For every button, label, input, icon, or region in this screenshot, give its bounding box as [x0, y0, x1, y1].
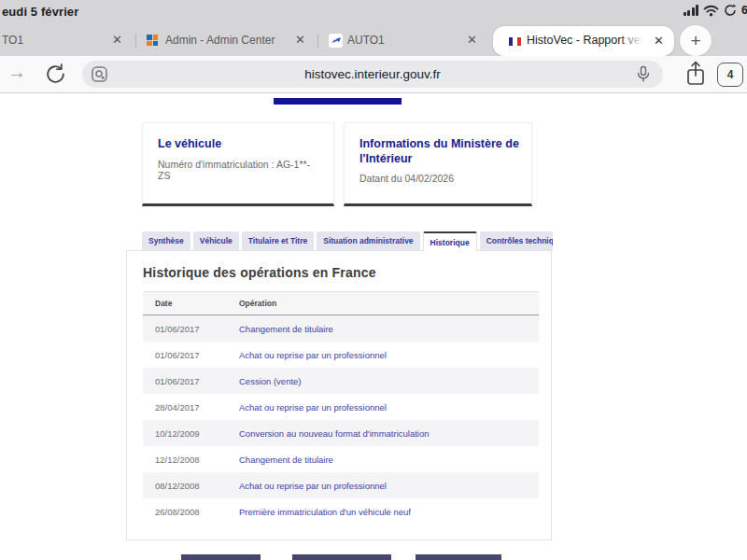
share-icon[interactable] — [684, 60, 707, 88]
table-row: 01/06/2017 Changement de titulaire — [143, 315, 539, 342]
url-bar[interactable]: histovec.interieur.gouv.fr — [82, 61, 663, 88]
vehicle-card-title: Le véhicule — [158, 137, 318, 152]
report-date: Datant du 04/02/2026 — [359, 173, 516, 184]
tab-situation-administrative[interactable]: Situation administrative — [317, 231, 419, 250]
cell-date: 08/12/2008 — [143, 481, 239, 491]
tab-titulaire-et-titre[interactable]: Titulaire et Titre — [242, 231, 314, 250]
table-row: 01/06/2017 Cession (vente) — [143, 368, 539, 394]
tab-close-icon[interactable]: ✕ — [112, 33, 122, 48]
ministry-info-card: Informations du Ministère de l'Intérieur… — [344, 122, 532, 206]
cell-date: 12/12/2008 — [143, 455, 239, 465]
active-tab-histovec[interactable]: HistoVec - Rapport vend ✕ — [493, 26, 674, 56]
panel-heading: Historique des opérations en France — [143, 265, 376, 280]
cell-date: 10/12/2009 — [143, 428, 239, 439]
cell-date: 28/04/2017 — [143, 402, 239, 413]
cell-operation: Conversion au nouveau format d'immatricu… — [239, 428, 539, 439]
forward-icon[interactable]: → — [7, 62, 26, 83]
tab-title-admin-center[interactable]: Admin - Admin Center — [165, 34, 275, 47]
tab-historique[interactable]: Historique — [423, 231, 477, 251]
browser-toolbar: → histovec.interieur.gouv.fr — [0, 56, 747, 93]
table-row: 10/12/2009 Conversion au nouveau format … — [143, 420, 539, 446]
reload-icon[interactable] — [44, 63, 67, 86]
tab-title-auto1-partial[interactable]: TO1 — [2, 34, 23, 47]
table-row: 12/12/2008 Changement de titulaire — [143, 446, 539, 472]
status-date: eudi 5 février — [2, 5, 78, 19]
auto1-favicon — [329, 34, 343, 48]
cell-date: 26/08/2008 — [143, 507, 239, 517]
tab-vehicule[interactable]: Véhicule — [193, 231, 239, 250]
cell-operation: Changement de titulaire — [239, 455, 539, 465]
tab-title-auto1[interactable]: AUTO1 — [347, 34, 385, 47]
vehicle-card: Le véhicule Numéro d'immatriculation : A… — [142, 122, 334, 206]
partial-bottom-button[interactable] — [292, 554, 391, 560]
tab-controles-techniques[interactable]: Contrôles techniques — [480, 231, 553, 250]
cell-operation: Première immatriculation d'un véhicule n… — [239, 507, 539, 517]
status-icons: 69 — [684, 4, 747, 17]
tab-divider — [317, 34, 318, 48]
cell-date: 01/06/2017 — [143, 324, 239, 334]
report-tabs: Synthèse Véhicule Titulaire et Titre Sit… — [142, 231, 553, 251]
table-row: 28/04/2017 Achat ou reprise par un profe… — [143, 394, 539, 420]
microphone-icon[interactable] — [635, 65, 652, 83]
cell-operation: Achat ou reprise par un professionnel — [239, 350, 539, 360]
operations-table: Date Opération 01/06/2017 Changement de … — [143, 291, 539, 525]
webpage-content: Le véhicule Numéro d'immatriculation : A… — [0, 94, 747, 560]
table-row: 26/08/2008 Première immatriculation d'un… — [143, 498, 539, 525]
tab-synthese[interactable]: Synthèse — [142, 231, 190, 250]
cell-date: 01/06/2017 — [143, 350, 239, 360]
tab-close-icon[interactable]: ✕ — [295, 33, 305, 48]
column-header-date: Date — [143, 299, 239, 308]
tab-close-icon[interactable]: ✕ — [467, 33, 477, 48]
partial-bottom-button[interactable] — [416, 554, 501, 560]
registration-number: Numéro d'immatriculation : AG-1**-ZS — [158, 159, 318, 181]
ministry-card-title: Informations du Ministère de l'Intérieur — [359, 137, 528, 166]
admin-center-favicon — [147, 35, 158, 46]
french-flag-favicon — [509, 37, 521, 46]
cell-operation: Achat ou reprise par un professionnel — [239, 481, 539, 491]
new-tab-button[interactable]: + — [680, 25, 712, 56]
cell-date: 01/06/2017 — [143, 376, 239, 386]
table-row: 08/12/2008 Achat ou reprise par un profe… — [143, 472, 539, 498]
column-header-operation: Opération — [239, 299, 539, 308]
partial-navy-header-bar — [274, 98, 402, 105]
table-row: 01/06/2017 Achat ou reprise par un profe… — [143, 342, 539, 368]
cell-operation: Achat ou reprise par un professionnel — [239, 402, 539, 413]
title-fade — [620, 32, 648, 50]
rotation-lock-icon — [724, 4, 737, 17]
history-panel: Historique des opérations en France Date… — [126, 250, 552, 540]
tab-overview-button[interactable]: 4 — [717, 63, 743, 87]
wifi-icon — [703, 5, 719, 17]
partial-bottom-button[interactable] — [181, 554, 261, 560]
tab-divider — [135, 34, 136, 48]
cell-operation: Cession (vente) — [239, 376, 539, 386]
table-header-row: Date Opération — [143, 291, 539, 315]
tab-close-icon[interactable]: ✕ — [654, 34, 664, 48]
browser-chrome-top: eudi 5 février 69 TO1 ✕ Admin - Admin Ce… — [0, 0, 747, 56]
url-text[interactable]: histovec.interieur.gouv.fr — [82, 67, 663, 81]
cell-operation: Changement de titulaire — [239, 324, 539, 334]
battery-percent: 69 — [741, 4, 747, 17]
cellular-signal-icon — [684, 5, 699, 16]
tab-strip: TO1 ✕ Admin - Admin Center ✕ AUTO1 ✕ His… — [0, 24, 747, 56]
